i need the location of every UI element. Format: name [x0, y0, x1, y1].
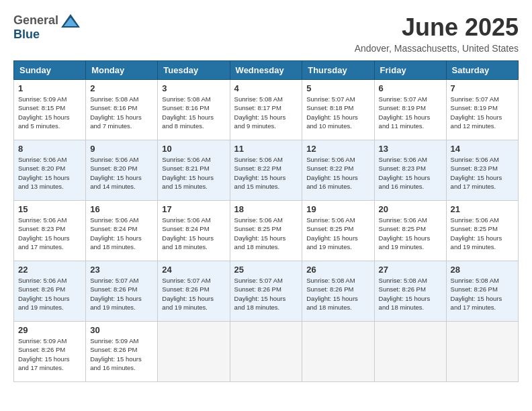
sunset-text: Sunset: 8:26 PM: [234, 285, 298, 293]
day-info: Sunrise: 5:06 AM Sunset: 8:23 PM Dayligh…: [451, 155, 514, 191]
sunrise-text: Sunrise: 5:07 AM: [234, 276, 298, 285]
daylight-text: Daylight: 15 hours and 12 minutes.: [451, 113, 514, 131]
day-number: 14: [451, 144, 514, 154]
sunset-text: Sunset: 8:25 PM: [306, 224, 369, 233]
day-info: Sunrise: 5:06 AM Sunset: 8:23 PM Dayligh…: [379, 155, 442, 191]
daylight-text: Daylight: 15 hours and 15 minutes.: [234, 173, 298, 191]
day-info: Sunrise: 5:06 AM Sunset: 8:25 PM Dayligh…: [234, 216, 298, 251]
table-row: 26 Sunrise: 5:08 AM Sunset: 8:26 PM Dayl…: [302, 261, 374, 322]
daylight-text: Daylight: 15 hours and 17 minutes.: [18, 234, 81, 252]
day-number: 28: [451, 265, 514, 275]
sunset-text: Sunset: 8:25 PM: [379, 224, 442, 233]
sunrise-text: Sunrise: 5:08 AM: [379, 276, 442, 285]
month-year-title: June 2025: [355, 13, 519, 42]
table-row: 14 Sunrise: 5:06 AM Sunset: 8:23 PM Dayl…: [446, 140, 518, 201]
day-info: Sunrise: 5:07 AM Sunset: 8:26 PM Dayligh…: [90, 276, 153, 312]
day-info: Sunrise: 5:08 AM Sunset: 8:17 PM Dayligh…: [234, 95, 298, 130]
sunset-text: Sunset: 8:26 PM: [306, 285, 369, 293]
day-number: 5: [306, 83, 369, 93]
sunset-text: Sunset: 8:26 PM: [90, 285, 153, 293]
day-number: 26: [306, 265, 369, 275]
sunrise-text: Sunrise: 5:08 AM: [306, 276, 369, 285]
calendar-week-row: 15 Sunrise: 5:06 AM Sunset: 8:23 PM Dayl…: [14, 201, 519, 261]
day-number: 30: [90, 325, 153, 335]
day-number: 4: [234, 83, 298, 93]
day-number: 13: [379, 144, 442, 154]
sunset-text: Sunset: 8:25 PM: [451, 224, 514, 233]
daylight-text: Daylight: 15 hours and 19 minutes.: [306, 234, 369, 252]
table-row: 24 Sunrise: 5:07 AM Sunset: 8:26 PM Dayl…: [158, 261, 230, 322]
table-row: 4 Sunrise: 5:08 AM Sunset: 8:17 PM Dayli…: [230, 80, 302, 140]
sunrise-text: Sunrise: 5:06 AM: [18, 155, 81, 164]
day-info: Sunrise: 5:06 AM Sunset: 8:22 PM Dayligh…: [234, 155, 298, 191]
col-wednesday: Wednesday: [230, 61, 302, 80]
col-monday: Monday: [86, 61, 158, 80]
daylight-text: Daylight: 15 hours and 9 minutes.: [234, 113, 298, 131]
table-row: 1 Sunrise: 5:09 AM Sunset: 8:15 PM Dayli…: [14, 80, 86, 140]
logo-general-text: General: [13, 13, 58, 28]
table-row: [374, 322, 446, 382]
col-friday: Friday: [374, 61, 446, 80]
table-row: 17 Sunrise: 5:06 AM Sunset: 8:24 PM Dayl…: [158, 201, 230, 261]
day-number: 22: [18, 265, 81, 275]
table-row: 20 Sunrise: 5:06 AM Sunset: 8:25 PM Dayl…: [374, 201, 446, 261]
day-info: Sunrise: 5:06 AM Sunset: 8:25 PM Dayligh…: [379, 216, 442, 251]
day-number: 25: [234, 265, 298, 275]
sunset-text: Sunset: 8:25 PM: [234, 224, 298, 233]
daylight-text: Daylight: 15 hours and 18 minutes.: [306, 294, 369, 312]
sunset-text: Sunset: 8:26 PM: [379, 285, 442, 293]
sunset-text: Sunset: 8:16 PM: [162, 103, 225, 112]
daylight-text: Daylight: 15 hours and 10 minutes.: [306, 113, 369, 131]
sunrise-text: Sunrise: 5:06 AM: [18, 276, 81, 285]
table-row: 7 Sunrise: 5:07 AM Sunset: 8:19 PM Dayli…: [446, 80, 518, 140]
day-number: 18: [234, 204, 298, 214]
daylight-text: Daylight: 15 hours and 16 minutes.: [90, 355, 153, 373]
sunset-text: Sunset: 8:16 PM: [90, 103, 153, 112]
table-row: 3 Sunrise: 5:08 AM Sunset: 8:16 PM Dayli…: [158, 80, 230, 140]
sunrise-text: Sunrise: 5:06 AM: [90, 216, 153, 224]
day-info: Sunrise: 5:08 AM Sunset: 8:16 PM Dayligh…: [90, 95, 153, 130]
day-info: Sunrise: 5:06 AM Sunset: 8:22 PM Dayligh…: [306, 155, 369, 191]
table-row: 15 Sunrise: 5:06 AM Sunset: 8:23 PM Dayl…: [14, 201, 86, 261]
daylight-text: Daylight: 15 hours and 19 minutes.: [162, 294, 225, 312]
day-info: Sunrise: 5:08 AM Sunset: 8:26 PM Dayligh…: [379, 276, 442, 312]
table-row: 10 Sunrise: 5:06 AM Sunset: 8:21 PM Dayl…: [158, 140, 230, 201]
day-info: Sunrise: 5:06 AM Sunset: 8:25 PM Dayligh…: [451, 216, 514, 251]
daylight-text: Daylight: 15 hours and 18 minutes.: [379, 294, 442, 312]
sunset-text: Sunset: 8:26 PM: [18, 345, 81, 354]
day-info: Sunrise: 5:09 AM Sunset: 8:15 PM Dayligh…: [18, 95, 81, 130]
sunset-text: Sunset: 8:19 PM: [379, 103, 442, 112]
sunset-text: Sunset: 8:26 PM: [18, 285, 81, 293]
col-saturday: Saturday: [446, 61, 518, 80]
logo: General Blue: [13, 13, 80, 42]
table-row: 19 Sunrise: 5:06 AM Sunset: 8:25 PM Dayl…: [302, 201, 374, 261]
sunrise-text: Sunrise: 5:07 AM: [306, 95, 369, 103]
sunrise-text: Sunrise: 5:09 AM: [18, 336, 81, 345]
daylight-text: Daylight: 15 hours and 18 minutes.: [234, 234, 298, 252]
table-row: [446, 322, 518, 382]
sunset-text: Sunset: 8:22 PM: [234, 164, 298, 173]
sunrise-text: Sunrise: 5:07 AM: [451, 95, 514, 103]
sunrise-text: Sunrise: 5:09 AM: [18, 95, 81, 103]
day-number: 17: [162, 204, 225, 214]
sunrise-text: Sunrise: 5:08 AM: [162, 95, 225, 103]
table-row: [158, 322, 230, 382]
table-row: 21 Sunrise: 5:06 AM Sunset: 8:25 PM Dayl…: [446, 201, 518, 261]
day-info: Sunrise: 5:07 AM Sunset: 8:18 PM Dayligh…: [306, 95, 369, 130]
table-row: [302, 322, 374, 382]
col-thursday: Thursday: [302, 61, 374, 80]
sunset-text: Sunset: 8:24 PM: [90, 224, 153, 233]
day-info: Sunrise: 5:08 AM Sunset: 8:16 PM Dayligh…: [162, 95, 225, 130]
table-row: 27 Sunrise: 5:08 AM Sunset: 8:26 PM Dayl…: [374, 261, 446, 322]
calendar-table: Sunday Monday Tuesday Wednesday Thursday…: [13, 60, 519, 382]
calendar-week-row: 1 Sunrise: 5:09 AM Sunset: 8:15 PM Dayli…: [14, 80, 519, 140]
sunset-text: Sunset: 8:20 PM: [90, 164, 153, 173]
day-info: Sunrise: 5:07 AM Sunset: 8:19 PM Dayligh…: [451, 95, 514, 130]
logo-icon: [61, 14, 80, 28]
sunrise-text: Sunrise: 5:07 AM: [90, 276, 153, 285]
table-row: 2 Sunrise: 5:08 AM Sunset: 8:16 PM Dayli…: [86, 80, 158, 140]
calendar-header-row: Sunday Monday Tuesday Wednesday Thursday…: [14, 61, 519, 80]
sunrise-text: Sunrise: 5:06 AM: [162, 216, 225, 224]
day-info: Sunrise: 5:06 AM Sunset: 8:24 PM Dayligh…: [162, 216, 225, 251]
table-row: 22 Sunrise: 5:06 AM Sunset: 8:26 PM Dayl…: [14, 261, 86, 322]
